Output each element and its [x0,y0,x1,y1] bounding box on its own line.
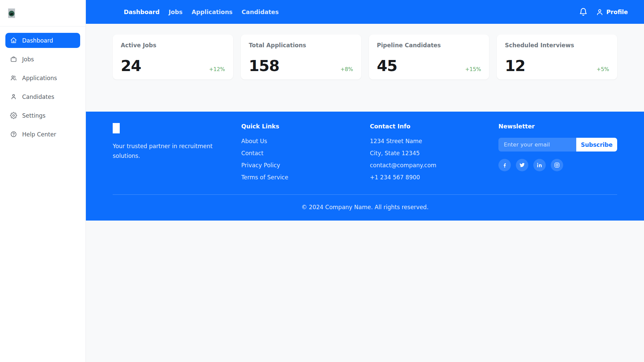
stat-card-scheduled-interviews: Scheduled Interviews 12 +5% [497,35,617,79]
footer-tagline: Your trusted partner in recruitment solu… [113,141,213,161]
stat-trend: +15% [465,66,481,73]
instagram-link[interactable] [551,159,563,171]
newsletter-heading: Newsletter [498,123,617,130]
contact-info-heading: Contact Info [370,123,498,130]
main-column: Dashboard Jobs Applications Candidates P… [86,0,644,362]
notifications-button[interactable] [579,8,588,16]
stat-value: 158 [249,58,279,73]
sidebar-item-label: Candidates [22,94,54,100]
stat-value: 45 [377,58,397,73]
topbar-right: Profile [579,8,628,16]
profile-label: Profile [606,9,628,15]
facebook-link[interactable] [498,159,511,171]
footer-contact-column: Contact Info 1234 Street Name City, Stat… [370,123,498,186]
quick-links-heading: Quick Links [241,123,370,130]
stat-value: 24 [121,58,141,73]
users-icon [10,74,17,81]
newsletter-form: Subscribe [498,138,617,152]
stat-trend: +5% [596,66,609,73]
contact-email: contact@company.com [370,162,498,169]
logo-image [8,8,15,18]
empty-page-area [86,221,644,362]
profile-user-icon [596,8,604,16]
sidebar-item-settings[interactable]: Settings [5,108,80,123]
stat-title: Pipeline Candidates [377,42,481,49]
top-navigation-bar: Dashboard Jobs Applications Candidates P… [86,0,644,24]
footer-newsletter-column: Newsletter Subscribe [498,123,617,186]
footer-brand-column: Your trusted partner in recruitment solu… [113,123,241,186]
top-nav-jobs[interactable]: Jobs [169,9,182,15]
contact-street: 1234 Street Name [370,138,498,145]
sidebar-logo-area [0,0,86,26]
stat-card-active-jobs: Active Jobs 24 +12% [113,35,233,79]
footer-logo-image [113,123,120,133]
footer-link-about-us[interactable]: About Us [241,138,370,145]
top-nav-links: Dashboard Jobs Applications Candidates [124,9,279,15]
footer-link-privacy-policy[interactable]: Privacy Policy [241,162,370,169]
help-icon [10,131,17,138]
facebook-icon [501,162,508,168]
footer-link-terms-of-service[interactable]: Terms of Service [241,174,370,181]
profile-button[interactable]: Profile [596,8,628,16]
sidebar: Dashboard Jobs Applications Candidates S… [0,0,86,362]
social-links [498,159,617,171]
sidebar-nav: Dashboard Jobs Applications Candidates S… [0,26,86,152]
copyright-text: © 2024 Company Name. All rights reserved… [113,195,617,221]
top-nav-candidates[interactable]: Candidates [241,9,279,15]
stat-value: 12 [505,58,525,73]
sidebar-item-label: Settings [22,112,46,119]
dashboard-content: Active Jobs 24 +12% Total Applications 1… [86,24,644,112]
stat-title: Total Applications [249,42,353,49]
gear-icon [10,112,17,119]
footer-quick-links-column: Quick Links About Us Contact Privacy Pol… [241,123,370,186]
sidebar-item-candidates[interactable]: Candidates [5,89,80,104]
sidebar-item-applications[interactable]: Applications [5,70,80,85]
twitter-link[interactable] [516,159,528,171]
stat-card-pipeline-candidates: Pipeline Candidates 45 +15% [369,35,489,79]
sidebar-item-help-center[interactable]: Help Center [5,127,80,142]
subscribe-button[interactable]: Subscribe [576,138,617,152]
stat-trend: +12% [209,66,225,73]
sidebar-item-label: Applications [22,75,57,81]
briefcase-icon [10,56,17,63]
footer-columns: Your trusted partner in recruitment solu… [113,123,617,186]
stat-title: Scheduled Interviews [505,42,609,49]
top-nav-dashboard[interactable]: Dashboard [124,9,160,15]
top-nav-applications[interactable]: Applications [192,9,232,15]
bell-icon [579,8,588,16]
stat-title: Active Jobs [121,42,225,49]
stat-trend: +8% [340,66,353,73]
sidebar-item-label: Dashboard [22,37,53,44]
home-icon [10,37,17,44]
sidebar-item-jobs[interactable]: Jobs [5,52,80,67]
instagram-icon [554,162,560,168]
sidebar-item-label: Jobs [22,56,34,63]
user-icon [10,93,17,100]
contact-city: City, State 12345 [370,150,498,157]
page-footer: Your trusted partner in recruitment solu… [86,112,644,221]
sidebar-item-dashboard[interactable]: Dashboard [5,33,80,48]
logo-graphic [9,11,14,16]
linkedin-link[interactable] [533,159,546,171]
newsletter-email-input[interactable] [498,138,576,152]
contact-phone: +1 234 567 8900 [370,174,498,181]
footer-link-contact[interactable]: Contact [241,150,370,157]
linkedin-icon [536,162,543,168]
sidebar-item-label: Help Center [22,131,56,138]
stat-card-total-applications: Total Applications 158 +8% [241,35,361,79]
twitter-icon [519,162,525,168]
stat-cards: Active Jobs 24 +12% Total Applications 1… [113,35,617,79]
